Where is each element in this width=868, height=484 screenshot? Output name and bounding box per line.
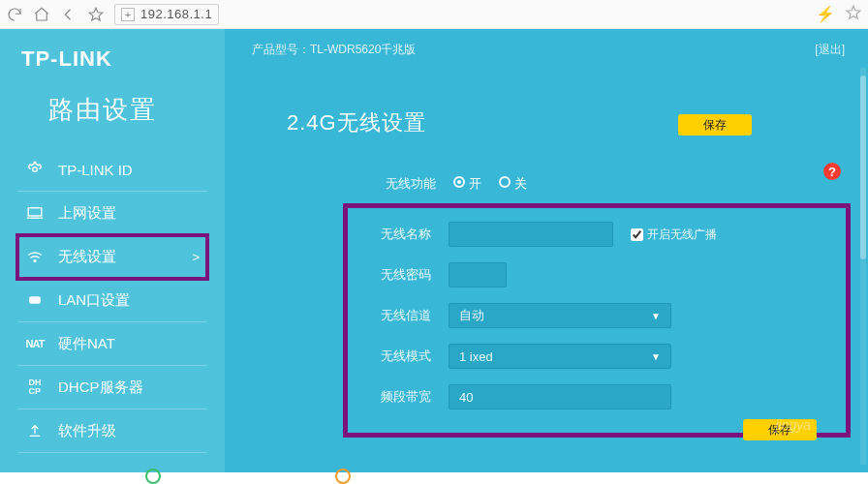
channel-value: 自动	[459, 307, 484, 324]
scroll-thumb[interactable]	[860, 76, 866, 259]
sidebar-item-lan[interactable]: LAN口设置	[17, 279, 207, 322]
sidebar-item-nat[interactable]: NAT 硬件NAT	[17, 322, 207, 366]
row-ssid: 无线名称 开启无线广播	[357, 214, 822, 255]
reload-icon[interactable]	[6, 6, 23, 23]
sidebar-item-label: 硬件NAT	[58, 335, 115, 353]
sidebar-item-tplink-id[interactable]: TP-LINK ID	[17, 148, 207, 192]
sidebar-menu: TP-LINK ID 上网设置 无线设置 > LAN口设置 NAT 硬件NAT …	[0, 148, 225, 453]
help-icon[interactable]: ?	[823, 163, 841, 180]
bandwidth-value: 40	[459, 390, 473, 405]
logout-link[interactable]: [退出]	[815, 42, 845, 58]
sidebar-item-upgrade[interactable]: 软件升级	[17, 409, 207, 453]
highlighted-settings-block: 无线名称 开启无线广播 无线密码 无线信道 自动 ▼ 无线模式	[343, 203, 851, 438]
sidebar-item-dhcp[interactable]: DHCP DHCP服务器	[17, 366, 207, 409]
favorite-icon[interactable]	[845, 4, 862, 25]
sidebar: TP-LINK 路由设置 TP-LINK ID 上网设置 无线设置 > LAN口…	[0, 29, 225, 472]
bolt-icon[interactable]: ⚡	[816, 5, 835, 23]
wireless-form: 无线功能 开 关	[362, 165, 841, 203]
upload-icon	[25, 421, 45, 440]
status-circle-green-icon	[145, 469, 161, 484]
sidebar-title: 路由设置	[0, 87, 225, 148]
gear-icon	[25, 160, 45, 179]
mode-select[interactable]: 1 ixed ▼	[449, 344, 671, 369]
row-password: 无线密码	[357, 255, 822, 295]
app-root: TP-LINK 路由设置 TP-LINK ID 上网设置 无线设置 > LAN口…	[0, 29, 868, 472]
wireless-func-radio-group: 开 关	[453, 175, 527, 193]
url-text: 192.168.1.1	[140, 7, 212, 21]
page-title: 2.4G无线设置	[246, 60, 851, 165]
radio-off[interactable]: 关	[499, 175, 527, 193]
star-icon[interactable]	[87, 6, 105, 23]
main-panel: 产品型号：TL-WDR5620千兆版 [退出] 保存 2.4G无线设置 ? 无线…	[225, 29, 868, 472]
row-channel: 无线信道 自动 ▼	[357, 295, 822, 336]
brand-logo: TP-LINK	[0, 46, 225, 87]
ssid-label: 无线名称	[357, 226, 431, 243]
svg-rect-3	[29, 296, 41, 304]
home-icon[interactable]	[33, 6, 50, 23]
sidebar-item-label: 无线设置	[58, 248, 116, 266]
nat-icon: NAT	[25, 334, 45, 353]
browser-toolbar: + 192.168.1.1 ⚡	[0, 0, 868, 29]
product-model: 产品型号：TL-WDR5620千兆版	[252, 42, 416, 58]
sidebar-item-label: LAN口设置	[58, 291, 130, 310]
row-bandwidth: 频段带宽 40	[357, 377, 822, 417]
bandwidth-select[interactable]: 40	[449, 384, 671, 409]
back-icon[interactable]	[60, 6, 78, 23]
save-button-top[interactable]: 保存	[678, 114, 752, 136]
mode-label: 无线模式	[357, 348, 431, 365]
broadcast-checkbox[interactable]: 开启无线广播	[631, 227, 717, 243]
sidebar-item-label: TP-LINK ID	[58, 162, 133, 178]
sidebar-item-label: DHCP服务器	[58, 378, 143, 397]
channel-select[interactable]: 自动 ▼	[449, 303, 671, 328]
shield-plus-icon: +	[121, 8, 135, 21]
password-input[interactable]	[449, 262, 507, 287]
mode-value: 1 ixed	[459, 349, 493, 364]
dhcp-icon: DHCP	[25, 378, 45, 397]
svg-rect-1	[28, 208, 42, 216]
channel-label: 无线信道	[357, 307, 431, 324]
password-label: 无线密码	[357, 266, 431, 284]
bandwidth-label: 频段带宽	[357, 388, 431, 406]
sidebar-item-wireless[interactable]: 无线设置 >	[17, 235, 207, 279]
chevron-right-icon: >	[192, 250, 200, 264]
ssid-input[interactable]	[449, 222, 613, 247]
watermark-text: jingya	[775, 417, 811, 433]
broadcast-checkbox-input[interactable]	[631, 228, 643, 241]
caret-down-icon: ▼	[651, 311, 661, 321]
top-info-bar: 产品型号：TL-WDR5620千兆版 [退出]	[246, 29, 851, 60]
wifi-icon	[25, 247, 45, 266]
sidebar-item-label: 软件升级	[58, 422, 116, 440]
sidebar-item-wan[interactable]: 上网设置	[17, 192, 207, 235]
radio-on[interactable]: 开	[453, 175, 481, 193]
svg-point-0	[33, 167, 38, 172]
row-wireless-func: 无线功能 开 关	[362, 165, 841, 203]
svg-point-2	[34, 260, 36, 262]
caret-down-icon: ▼	[651, 351, 661, 362]
lan-icon	[25, 290, 45, 310]
radio-dot-off-icon	[499, 176, 511, 188]
wireless-func-label: 无线功能	[362, 175, 436, 193]
vertical-scrollbar[interactable]	[860, 68, 866, 465]
url-bar[interactable]: + 192.168.1.1	[114, 4, 219, 25]
radio-dot-on-icon	[453, 176, 465, 188]
footer-strip	[0, 472, 868, 484]
row-mode: 无线模式 1 ixed ▼	[357, 336, 822, 377]
laptop-icon	[25, 203, 45, 223]
sidebar-item-label: 上网设置	[58, 204, 116, 223]
broadcast-label: 开启无线广播	[647, 227, 717, 243]
